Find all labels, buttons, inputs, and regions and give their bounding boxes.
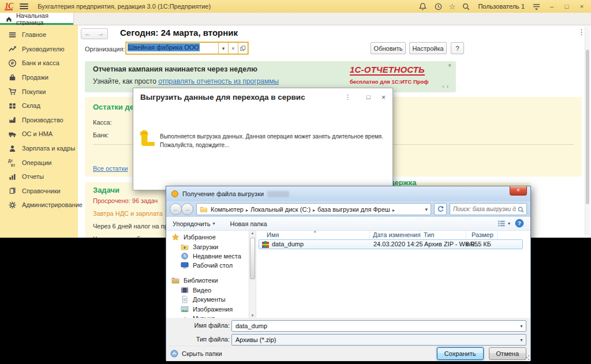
dialog-close-icon[interactable]: × <box>381 93 386 102</box>
banner-pager-icons[interactable]: ‹› <box>442 83 451 89</box>
column-header-3[interactable]: Размер <box>472 231 493 238</box>
settings-button[interactable]: Настройка <box>409 42 447 54</box>
dialog-footer: Скрыть папки Сохранить Отмена <box>166 346 530 361</box>
person-icon <box>8 144 17 153</box>
new-folder-button[interactable]: Новая папка <box>230 220 267 227</box>
window-title: Бухгалтерия предприятия, редакция 3.0 (1… <box>38 3 211 10</box>
tree-item-recent-places[interactable]: Недавние места <box>180 252 241 260</box>
organization-field[interactable]: Швейная фабрика ООО ▾ × <box>126 42 248 54</box>
sidebar-item-pokupki[interactable]: Покупки <box>0 84 78 99</box>
dialog-maximize-icon[interactable]: □ <box>366 93 371 100</box>
sidebar-item-prodazhi[interactable]: Продажи <box>0 70 78 85</box>
tree-item-desktop[interactable]: Рабочий стол <box>180 261 233 269</box>
column-header-1[interactable]: Дата изменения <box>373 231 421 238</box>
column-header-2[interactable]: Тип <box>424 231 434 238</box>
app-titlebar: 1С Бухгалтерия предприятия, редакция 3.0… <box>0 0 591 13</box>
cancel-button[interactable]: Отмена <box>489 347 526 360</box>
main-menu-icon[interactable] <box>20 3 28 9</box>
task-item[interactable]: Завтра НДС и зарплата <box>93 210 163 217</box>
breadcrumb-item-computer[interactable]: Компьютер <box>211 206 244 213</box>
breadcrumb-history-icon[interactable]: ▾ <box>425 207 428 212</box>
hide-folders-button[interactable]: Скрыть папки <box>170 350 222 358</box>
favorites-star-icon[interactable]: ☆ <box>449 3 456 10</box>
history-icon[interactable] <box>433 2 443 12</box>
org-dropdown-icon[interactable]: ▾ <box>218 43 228 54</box>
all-balances-link[interactable]: Все остатки <box>93 165 128 172</box>
sidebar-item-spravochniki[interactable]: Справочники <box>0 184 78 198</box>
back-button[interactable]: ← <box>81 28 95 39</box>
search-input[interactable] <box>450 204 526 215</box>
sidebar-item-rukovoditelyu[interactable]: Руководителю <box>0 42 78 57</box>
minimize-button[interactable]: – <box>547 3 556 10</box>
notifications-bell-icon[interactable] <box>418 2 428 12</box>
sidebar-item-sklad[interactable]: Склад <box>0 99 78 113</box>
sidebar-item-administrirovanie[interactable]: Администрирование <box>0 198 78 212</box>
file-list: ▴ ИмяДата измененияТипРазмер data_dump24… <box>256 231 530 318</box>
tree-scrollbar-thumb[interactable] <box>250 238 255 279</box>
search-icon[interactable] <box>461 2 471 12</box>
org-clear-icon[interactable]: × <box>228 43 238 54</box>
ruble-coin-icon: P <box>8 58 17 67</box>
sidebar-item-bank-i-kassa[interactable]: PБанк и касса <box>0 56 78 70</box>
breadcrumb-item-local-disk-c[interactable]: Локальный диск (C:) <box>250 206 311 213</box>
tree-item-libraries[interactable]: Библиотеки <box>171 276 218 284</box>
save-dialog-title: Получение файла выгрузки <box>182 190 264 197</box>
task-item[interactable]: Просрочено: 96 задач <box>93 197 158 204</box>
sidebar-item-otchety[interactable]: Отчеты <box>0 170 78 184</box>
column-header-0[interactable]: Имя <box>267 231 279 238</box>
resize-grip[interactable] <box>524 355 530 361</box>
briefcase-icon <box>8 73 17 82</box>
breadcrumb[interactable]: Компьютер▸Локальный диск (C:)▸база выгру… <box>196 203 431 215</box>
scroll-down-icon[interactable]: ▼ <box>249 314 256 317</box>
help-button[interactable]: ? <box>451 42 464 54</box>
close-button[interactable]: × <box>577 3 586 10</box>
banner-close-icon[interactable]: × <box>448 62 451 69</box>
scroll-up-icon[interactable]: ▲ <box>249 231 256 235</box>
scrollbar-thumb[interactable] <box>586 50 589 204</box>
tree-item-images[interactable]: Изображения <box>180 305 233 313</box>
sidebar-item-glavnoe[interactable]: Главное <box>0 28 78 42</box>
svg-text:?: ? <box>518 220 521 226</box>
file-name-input[interactable]: data_dump ▾ <box>231 320 526 332</box>
file-name-dropdown-icon[interactable]: ▾ <box>517 324 526 329</box>
save-button[interactable]: Сохранить <box>437 347 484 360</box>
file-save-dialog: Получение файла выгрузки × ← → Компьютер… <box>166 186 531 361</box>
tree-item-downloads[interactable]: Загрузки <box>180 242 218 251</box>
refresh-icon[interactable] <box>434 203 447 215</box>
nav-forward-button[interactable]: → <box>181 203 193 215</box>
maximize-button[interactable]: □ <box>562 3 571 10</box>
organize-menu[interactable]: Упорядочить▾ <box>173 220 215 227</box>
svg-text:Кт: Кт <box>11 163 15 167</box>
org-open-list-icon[interactable] <box>238 43 248 54</box>
sidebar-item-label: Руководителю <box>22 46 64 52</box>
file-row[interactable]: data_dump24.03.2020 14:25Архив ZIP - Win… <box>259 239 523 249</box>
dialog-more-icon[interactable]: ⋮ <box>345 93 351 101</box>
breadcrumb-item-export-folder[interactable]: база выгрузки для Фреш <box>317 206 390 213</box>
forward-button[interactable]: → <box>94 28 108 39</box>
banner-link[interactable]: отправлять отчетность из программы <box>158 77 279 85</box>
service-menu-icon[interactable] <box>532 2 541 12</box>
help-icon[interactable]: ? <box>515 219 524 229</box>
sidebar-item-os-i-nma[interactable]: ОС и НМА <box>0 127 78 141</box>
tree-item-favorites[interactable]: Избранное <box>171 232 216 241</box>
file-type-select[interactable]: Архивы (*.zip) ▾ <box>231 334 526 346</box>
sidebar-item-operacii[interactable]: ДтКтОперации <box>0 155 78 170</box>
sidebar-item-label: Производство <box>22 117 63 123</box>
breadcrumb-separator-icon: ▸ <box>313 208 315 213</box>
change-view-button[interactable]: ▾ <box>498 220 510 227</box>
sidebar-item-proizvodstvo[interactable]: Производство <box>0 113 78 127</box>
tree-scrollbar[interactable]: ▲ ▼ <box>249 231 256 318</box>
tree-item-video[interactable]: Видео <box>180 286 211 294</box>
tree-item-documents[interactable]: Документы <box>180 295 226 303</box>
dialog-close-button[interactable]: × <box>510 186 527 196</box>
main-scrollbar[interactable] <box>585 27 590 235</box>
file-type-dropdown-icon[interactable]: ▾ <box>517 337 526 343</box>
file-name-value: data_dump <box>235 322 267 329</box>
search-magnifier-icon[interactable] <box>517 205 525 216</box>
star-icon <box>171 233 180 241</box>
sidebar-item-zarplata-i-kadry[interactable]: Зарплата и кадры <box>0 141 78 156</box>
nav-back-button[interactable]: ← <box>170 203 182 215</box>
current-user[interactable]: Пользователь 1 <box>478 3 525 10</box>
refresh-button[interactable]: Обновить <box>371 42 406 54</box>
tab-home[interactable]: Начальная страница <box>0 13 74 25</box>
